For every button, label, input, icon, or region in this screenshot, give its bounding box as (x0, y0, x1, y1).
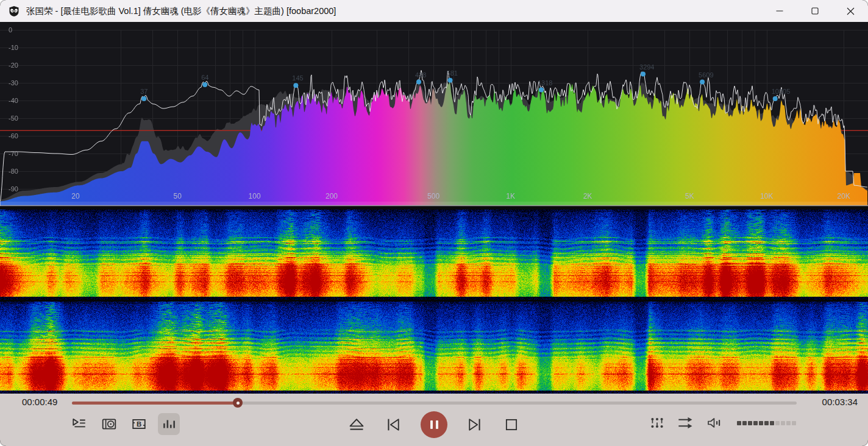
pause-button[interactable] (421, 411, 447, 438)
seek-bar-handle[interactable] (233, 398, 243, 408)
volume-segment[interactable] (759, 421, 763, 425)
volume-button[interactable] (706, 416, 722, 430)
playback-order-button[interactable] (649, 415, 665, 431)
view-toolbar: B (68, 413, 180, 435)
elapsed-time: 00:00:49 (22, 397, 57, 407)
close-button[interactable] (833, 0, 868, 22)
foobar2000-window: 张国荣 - [最佳电影歌曲 Vol.1] 倩女幽魂 (电影《倩女幽魂》主题曲) … (0, 0, 868, 446)
previous-icon (385, 416, 402, 433)
minimize-icon (776, 7, 783, 15)
playback-options (649, 414, 796, 431)
minimize-button[interactable] (762, 0, 797, 22)
playlist-icon (71, 416, 87, 432)
title-bar[interactable]: 张国荣 - [最佳电影歌曲 Vol.1] 倩女幽魂 (电影《倩女幽魂》主题曲) … (0, 0, 868, 22)
eject-icon (348, 416, 365, 433)
window-controls (762, 0, 868, 22)
volume-segment[interactable] (748, 421, 752, 425)
svg-text:B: B (137, 420, 141, 428)
app-icon (8, 5, 20, 17)
control-bar: 00:00:49 00:03:34 (0, 394, 868, 446)
volume-segment[interactable] (742, 421, 747, 425)
spectrogram-left-channel[interactable] (0, 210, 868, 300)
volume-segment[interactable] (764, 421, 769, 425)
maximize-button[interactable] (797, 0, 833, 22)
playback-order-icon (649, 415, 665, 431)
seek-bar-fill (72, 402, 238, 405)
next-button[interactable] (466, 411, 484, 438)
close-icon (847, 7, 855, 15)
seek-bar[interactable] (72, 402, 797, 405)
volume-slider[interactable] (737, 421, 796, 425)
maximize-icon (811, 7, 819, 15)
spectrogram-right-channel[interactable] (0, 302, 868, 394)
volume-segment[interactable] (786, 421, 791, 425)
volume-segment[interactable] (753, 421, 758, 425)
volume-segment[interactable] (770, 421, 774, 425)
shuffle-button[interactable] (677, 414, 694, 431)
transport-controls (347, 411, 521, 438)
visualization-button[interactable] (158, 413, 180, 435)
stop-icon (503, 417, 519, 433)
open-disc-button[interactable] (98, 413, 120, 435)
volume-segment[interactable] (775, 421, 780, 425)
spectrum-bars-icon (161, 416, 177, 432)
album-browser-button[interactable]: B (128, 413, 150, 435)
volume-segment[interactable] (792, 421, 796, 425)
playlist-button[interactable] (68, 413, 90, 435)
next-icon (466, 416, 483, 433)
album-b-icon: B (131, 416, 147, 432)
volume-icon (706, 416, 722, 430)
volume-segment[interactable] (737, 421, 741, 425)
pause-icon (430, 420, 433, 429)
previous-button[interactable] (384, 411, 402, 438)
volume-segment[interactable] (781, 421, 785, 425)
total-time: 00:03:34 (822, 397, 858, 407)
stop-button[interactable] (502, 411, 521, 438)
eject-button[interactable] (347, 411, 366, 438)
window-title: 张国荣 - [最佳电影歌曲 Vol.1] 倩女幽魂 (电影《倩女幽魂》主题曲) … (26, 5, 336, 17)
spectrum-analyzer[interactable] (0, 22, 868, 210)
disc-icon (101, 416, 117, 432)
shuffle-icon (677, 414, 694, 431)
